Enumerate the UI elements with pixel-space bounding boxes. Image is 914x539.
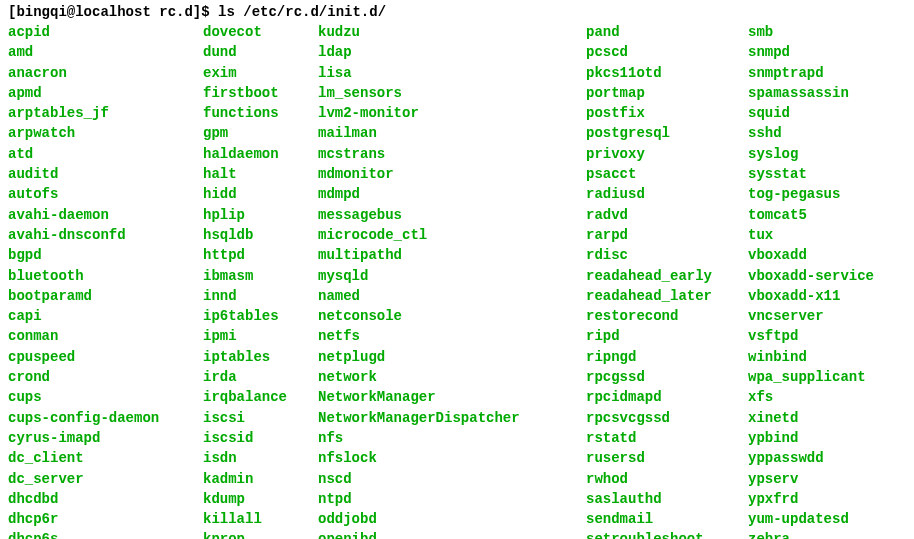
file-entry: ripngd bbox=[586, 347, 748, 367]
file-entry: avahi-daemon bbox=[8, 205, 203, 225]
file-entry: squid bbox=[748, 103, 874, 123]
file-entry: setroubleshoot bbox=[586, 529, 748, 539]
file-entry: kdump bbox=[203, 489, 318, 509]
listing-column-4: pandpcscdpkcs11otdportmappostfixpostgres… bbox=[586, 22, 748, 539]
file-entry: messagebus bbox=[318, 205, 586, 225]
file-entry: vncserver bbox=[748, 306, 874, 326]
file-entry: netfs bbox=[318, 326, 586, 346]
file-entry: autofs bbox=[8, 184, 203, 204]
file-entry: rpcgssd bbox=[586, 367, 748, 387]
file-entry: mysqld bbox=[318, 266, 586, 286]
file-entry: multipathd bbox=[318, 245, 586, 265]
file-entry: functions bbox=[203, 103, 318, 123]
file-entry: syslog bbox=[748, 144, 874, 164]
file-entry: killall bbox=[203, 509, 318, 529]
file-entry: haldaemon bbox=[203, 144, 318, 164]
file-entry: tomcat5 bbox=[748, 205, 874, 225]
file-entry: iptables bbox=[203, 347, 318, 367]
file-entry: avahi-dnsconfd bbox=[8, 225, 203, 245]
file-entry: saslauthd bbox=[586, 489, 748, 509]
file-entry: kadmin bbox=[203, 469, 318, 489]
file-entry: lvm2-monitor bbox=[318, 103, 586, 123]
file-entry: ldap bbox=[318, 42, 586, 62]
file-entry: sysstat bbox=[748, 164, 874, 184]
file-entry: httpd bbox=[203, 245, 318, 265]
file-entry: rpcidmapd bbox=[586, 387, 748, 407]
file-entry: cups-config-daemon bbox=[8, 408, 203, 428]
file-entry: vboxadd-service bbox=[748, 266, 874, 286]
file-entry: postgresql bbox=[586, 123, 748, 143]
file-entry: nscd bbox=[318, 469, 586, 489]
file-entry: cyrus-imapd bbox=[8, 428, 203, 448]
listing-column-2: dovecotdundeximfirstbootfunctionsgpmhald… bbox=[203, 22, 318, 539]
file-entry: ipmi bbox=[203, 326, 318, 346]
file-entry: yppasswdd bbox=[748, 448, 874, 468]
file-entry: lisa bbox=[318, 63, 586, 83]
listing-column-1: acpidamdanacronapmdarptables_jfarpwatcha… bbox=[8, 22, 203, 539]
file-entry: spamassassin bbox=[748, 83, 874, 103]
file-entry: bgpd bbox=[8, 245, 203, 265]
file-entry: dhcp6s bbox=[8, 529, 203, 539]
file-entry: snmpd bbox=[748, 42, 874, 62]
file-entry: crond bbox=[8, 367, 203, 387]
file-entry: hsqldb bbox=[203, 225, 318, 245]
file-entry: kprop bbox=[203, 529, 318, 539]
file-entry: halt bbox=[203, 164, 318, 184]
file-entry: dhcp6r bbox=[8, 509, 203, 529]
file-entry: readahead_later bbox=[586, 286, 748, 306]
file-entry: rusersd bbox=[586, 448, 748, 468]
file-entry: mdmonitor bbox=[318, 164, 586, 184]
file-entry: sendmail bbox=[586, 509, 748, 529]
file-entry: microcode_ctl bbox=[318, 225, 586, 245]
listing-column-5: smbsnmpdsnmptrapdspamassassinsquidsshdsy… bbox=[748, 22, 874, 539]
file-entry: privoxy bbox=[586, 144, 748, 164]
file-entry: xinetd bbox=[748, 408, 874, 428]
file-entry: snmptrapd bbox=[748, 63, 874, 83]
file-entry: rdisc bbox=[586, 245, 748, 265]
file-entry: openibd bbox=[318, 529, 586, 539]
file-entry: network bbox=[318, 367, 586, 387]
shell-prompt: [bingqi@localhost rc.d]$ bbox=[8, 4, 218, 20]
file-entry: dc_client bbox=[8, 448, 203, 468]
file-entry: irda bbox=[203, 367, 318, 387]
file-entry: readahead_early bbox=[586, 266, 748, 286]
file-entry: ypxfrd bbox=[748, 489, 874, 509]
file-entry: rpcsvcgssd bbox=[586, 408, 748, 428]
file-entry: postfix bbox=[586, 103, 748, 123]
file-entry: netplugd bbox=[318, 347, 586, 367]
file-entry: gpm bbox=[203, 123, 318, 143]
file-entry: vboxadd-x11 bbox=[748, 286, 874, 306]
file-entry: mailman bbox=[318, 123, 586, 143]
file-entry: anacron bbox=[8, 63, 203, 83]
file-entry: conman bbox=[8, 326, 203, 346]
file-entry: restorecond bbox=[586, 306, 748, 326]
file-entry: mdmpd bbox=[318, 184, 586, 204]
file-entry: arpwatch bbox=[8, 123, 203, 143]
file-entry: bluetooth bbox=[8, 266, 203, 286]
file-entry: smb bbox=[748, 22, 874, 42]
file-entry: wpa_supplicant bbox=[748, 367, 874, 387]
file-entry: hplip bbox=[203, 205, 318, 225]
file-entry: psacct bbox=[586, 164, 748, 184]
file-entry: tog-pegasus bbox=[748, 184, 874, 204]
file-entry: vboxadd bbox=[748, 245, 874, 265]
file-entry: innd bbox=[203, 286, 318, 306]
file-entry: nfs bbox=[318, 428, 586, 448]
file-entry: mcstrans bbox=[318, 144, 586, 164]
file-entry: arptables_jf bbox=[8, 103, 203, 123]
file-entry: radvd bbox=[586, 205, 748, 225]
file-entry: apmd bbox=[8, 83, 203, 103]
file-entry: irqbalance bbox=[203, 387, 318, 407]
file-entry: ip6tables bbox=[203, 306, 318, 326]
file-entry: oddjobd bbox=[318, 509, 586, 529]
file-entry: dund bbox=[203, 42, 318, 62]
file-entry: rstatd bbox=[586, 428, 748, 448]
listing-column-3: kudzuldaplisalm_sensorslvm2-monitormailm… bbox=[318, 22, 586, 539]
directory-listing: acpidamdanacronapmdarptables_jfarpwatcha… bbox=[8, 22, 906, 539]
file-entry: bootparamd bbox=[8, 286, 203, 306]
file-entry: isdn bbox=[203, 448, 318, 468]
file-entry: pkcs11otd bbox=[586, 63, 748, 83]
file-entry: ibmasm bbox=[203, 266, 318, 286]
file-entry: amd bbox=[8, 42, 203, 62]
file-entry: rwhod bbox=[586, 469, 748, 489]
